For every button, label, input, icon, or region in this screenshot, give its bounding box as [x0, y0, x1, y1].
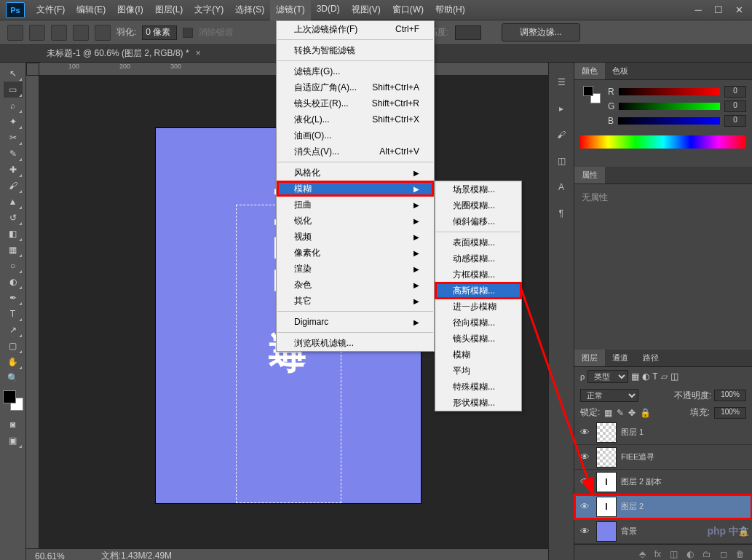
- filter-item[interactable]: 视频▶: [277, 229, 434, 245]
- fg-bg-swatch[interactable]: [3, 390, 23, 411]
- close-icon[interactable]: ✕: [729, 3, 749, 17]
- sub-selection-icon[interactable]: [73, 25, 89, 41]
- move-tool-icon[interactable]: ↖: [4, 66, 23, 82]
- visibility-icon[interactable]: 👁: [577, 427, 592, 438]
- filter-item[interactable]: 锐化▶: [277, 213, 434, 229]
- blur-item[interactable]: 形状模糊...: [435, 395, 521, 411]
- maximize-icon[interactable]: ☐: [708, 3, 729, 17]
- screenmode-icon[interactable]: ▣: [4, 433, 23, 449]
- new-layer-icon[interactable]: ◻: [720, 549, 727, 559]
- channels-tab[interactable]: 通道: [605, 350, 636, 366]
- para-panel-icon[interactable]: ¶: [553, 207, 569, 220]
- blur-item[interactable]: 平均: [435, 363, 521, 379]
- filter-smart-icon[interactable]: ◫: [670, 371, 678, 382]
- menu-image[interactable]: 图像(I): [111, 0, 149, 20]
- filter-item[interactable]: 油画(O)...: [277, 127, 434, 143]
- new-selection-icon[interactable]: [29, 25, 45, 41]
- eyedropper-tool-icon[interactable]: ✎: [4, 146, 23, 162]
- blend-mode-select[interactable]: 正常: [580, 389, 638, 402]
- wand-tool-icon[interactable]: ✦: [4, 114, 23, 130]
- filter-item[interactable]: 扭曲▶: [277, 197, 434, 213]
- filter-shape-icon[interactable]: ▱: [661, 371, 668, 382]
- lock-all-icon[interactable]: 🔒: [640, 408, 651, 418]
- menu-filter[interactable]: 滤镜(T): [270, 0, 310, 20]
- blur-item[interactable]: 倾斜偏移...: [435, 213, 521, 229]
- menu-file[interactable]: 文件(F): [31, 0, 71, 20]
- blur-item[interactable]: 高斯模糊...: [435, 283, 521, 299]
- path-tool-icon[interactable]: ↗: [4, 322, 23, 338]
- clone-panel-icon[interactable]: ◫: [553, 154, 569, 167]
- intersect-selection-icon[interactable]: [95, 25, 111, 41]
- doc-tab[interactable]: 未标题-1 @ 60.6% (图层 2, RGB/8) * ×: [39, 44, 208, 63]
- trash-icon[interactable]: 🗑: [736, 549, 745, 559]
- dodge-tool-icon[interactable]: ◐: [4, 274, 23, 290]
- layer-row[interactable]: 👁FIEE追寻: [574, 445, 752, 470]
- heal-tool-icon[interactable]: ✚: [4, 162, 23, 178]
- menu-select[interactable]: 选择(S): [229, 0, 270, 20]
- layer-row[interactable]: 👁I图层 2 副本: [574, 470, 752, 494]
- antialias-checkbox[interactable]: [183, 28, 193, 38]
- char-panel-icon[interactable]: A: [553, 181, 569, 194]
- eraser-tool-icon[interactable]: ◧: [4, 226, 23, 242]
- blur-item[interactable]: 模糊: [435, 347, 521, 363]
- blur-tool-icon[interactable]: ○: [4, 258, 23, 274]
- link-layers-icon[interactable]: ⬘: [639, 549, 646, 559]
- filter-item[interactable]: 上次滤镜操作(F)Ctrl+F: [277, 21, 434, 37]
- blur-item[interactable]: 表面模糊...: [435, 234, 521, 251]
- layer-mask-icon[interactable]: ◫: [670, 549, 678, 559]
- filter-item[interactable]: 液化(L)...Shift+Ctrl+X: [277, 111, 434, 127]
- history-tool-icon[interactable]: ↺: [4, 210, 23, 226]
- filter-type-icon[interactable]: T: [652, 371, 657, 382]
- menu-edit[interactable]: 编辑(E): [71, 0, 111, 20]
- fill-input[interactable]: 100%: [714, 407, 746, 419]
- menu-layer[interactable]: 图层(L): [149, 0, 189, 20]
- height-input[interactable]: [455, 25, 481, 40]
- filter-item[interactable]: Digimarc▶: [277, 314, 434, 330]
- stamp-tool-icon[interactable]: ▲: [4, 194, 23, 210]
- blur-item[interactable]: 方框模糊...: [435, 267, 521, 283]
- filter-item[interactable]: 模糊▶: [277, 181, 434, 197]
- pen-tool-icon[interactable]: ✒: [4, 290, 23, 306]
- filter-item[interactable]: 浏览联机滤镜...: [277, 335, 434, 351]
- adjust-layer-icon[interactable]: ◐: [686, 549, 694, 559]
- visibility-icon[interactable]: 👁: [577, 476, 592, 487]
- actions-panel-icon[interactable]: ▸: [553, 102, 569, 115]
- filter-item[interactable]: 滤镜库(G)...: [277, 63, 434, 79]
- filter-type-select[interactable]: 类型: [587, 370, 628, 383]
- props-tab[interactable]: 属性: [574, 167, 605, 184]
- layers-tab[interactable]: 图层: [574, 350, 605, 366]
- spectrum-bar[interactable]: [580, 135, 746, 149]
- swatches-tab[interactable]: 色板: [605, 63, 636, 79]
- blur-item[interactable]: 光圈模糊...: [435, 197, 521, 213]
- b-value[interactable]: 0: [724, 115, 746, 127]
- crop-tool-icon[interactable]: ✂: [4, 130, 23, 146]
- color-tab[interactable]: 颜色: [574, 63, 605, 79]
- menu-help[interactable]: 帮助(H): [430, 0, 471, 20]
- visibility-icon[interactable]: 👁: [577, 501, 592, 512]
- marquee-tool-icon[interactable]: ▭: [4, 82, 23, 98]
- menu-type[interactable]: 文字(Y): [189, 0, 229, 20]
- filter-pixel-icon[interactable]: ▦: [631, 371, 639, 382]
- b-slider[interactable]: [618, 117, 720, 125]
- hand-tool-icon[interactable]: ✋: [4, 354, 23, 370]
- feather-input[interactable]: [142, 25, 177, 40]
- blur-item[interactable]: 特殊模糊...: [435, 379, 521, 395]
- filter-adjust-icon[interactable]: ◐: [642, 371, 649, 382]
- filter-item[interactable]: 渲染▶: [277, 261, 434, 277]
- filter-item[interactable]: 转换为智能滤镜: [277, 42, 434, 58]
- r-value[interactable]: 0: [724, 86, 746, 98]
- menu-window[interactable]: 窗口(W): [387, 0, 430, 20]
- gradient-tool-icon[interactable]: ▦: [4, 242, 23, 258]
- brush-panel-icon[interactable]: 🖌: [553, 128, 569, 141]
- zoom-level[interactable]: 60.61%: [35, 551, 65, 561]
- blur-item[interactable]: 场景模糊...: [435, 181, 521, 197]
- layer-row[interactable]: 👁I图层 2: [574, 494, 752, 519]
- menu-view[interactable]: 视图(V): [346, 0, 387, 20]
- g-slider[interactable]: [619, 103, 720, 110]
- refine-edge-button[interactable]: 调整边缘...: [502, 23, 580, 42]
- blur-item[interactable]: 动感模糊...: [435, 251, 521, 267]
- filter-item[interactable]: 像素化▶: [277, 245, 434, 261]
- quickmask-icon[interactable]: ◙: [4, 417, 23, 433]
- tool-preset-icon[interactable]: [7, 25, 23, 41]
- group-icon[interactable]: 🗀: [702, 549, 711, 559]
